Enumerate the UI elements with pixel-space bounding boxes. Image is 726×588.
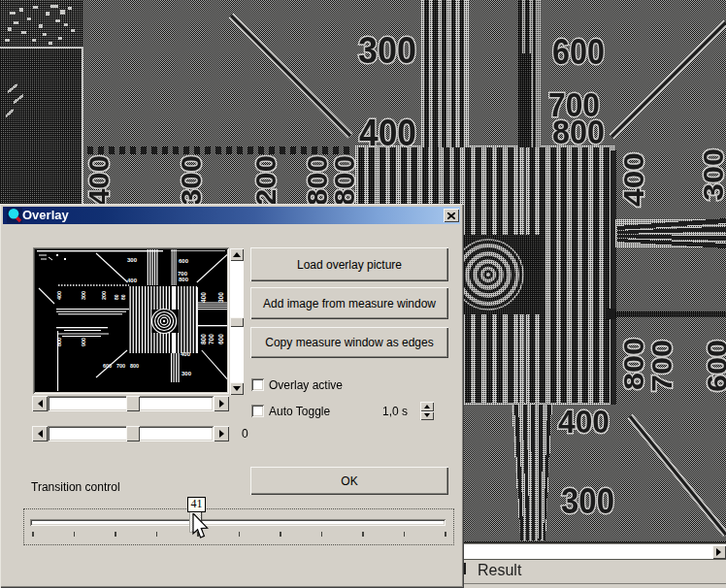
- svg-text:80: 80: [120, 294, 126, 300]
- svg-text:800: 800: [552, 113, 605, 150]
- svg-text:200: 200: [249, 155, 281, 206]
- svg-text:300: 300: [217, 292, 224, 303]
- svg-text:400: 400: [82, 155, 115, 206]
- svg-text:600: 600: [179, 258, 189, 264]
- svg-text:80: 80: [114, 294, 119, 300]
- svg-text:800: 800: [179, 277, 189, 282]
- svg-text:900: 900: [81, 338, 86, 346]
- svg-text:200: 200: [101, 291, 107, 300]
- svg-text:300: 300: [697, 148, 726, 201]
- svg-text:700: 700: [116, 363, 125, 369]
- svg-text:300: 300: [127, 257, 138, 263]
- svg-text:700: 700: [645, 340, 677, 392]
- svg-text:600: 600: [552, 32, 605, 72]
- svg-text:600: 600: [217, 334, 224, 344]
- svg-text:400: 400: [56, 291, 62, 300]
- svg-text:800: 800: [200, 334, 207, 344]
- svg-text:400: 400: [127, 278, 138, 283]
- svg-text:700: 700: [208, 334, 214, 344]
- svg-text:400: 400: [558, 403, 610, 440]
- svg-text:400: 400: [200, 292, 207, 303]
- svg-text:600: 600: [103, 363, 112, 369]
- svg-text:800: 800: [130, 363, 139, 369]
- svg-text:400: 400: [181, 351, 191, 357]
- svg-text:300: 300: [561, 481, 614, 521]
- svg-text:800: 800: [56, 338, 62, 346]
- svg-text:300: 300: [182, 371, 192, 376]
- svg-text:400: 400: [617, 152, 649, 207]
- svg-text:300: 300: [358, 30, 416, 71]
- svg-text:300: 300: [81, 291, 86, 300]
- svg-text:400: 400: [359, 113, 416, 153]
- svg-text:600: 600: [701, 340, 726, 392]
- svg-text:800: 800: [328, 155, 360, 206]
- svg-text:300: 300: [175, 155, 207, 206]
